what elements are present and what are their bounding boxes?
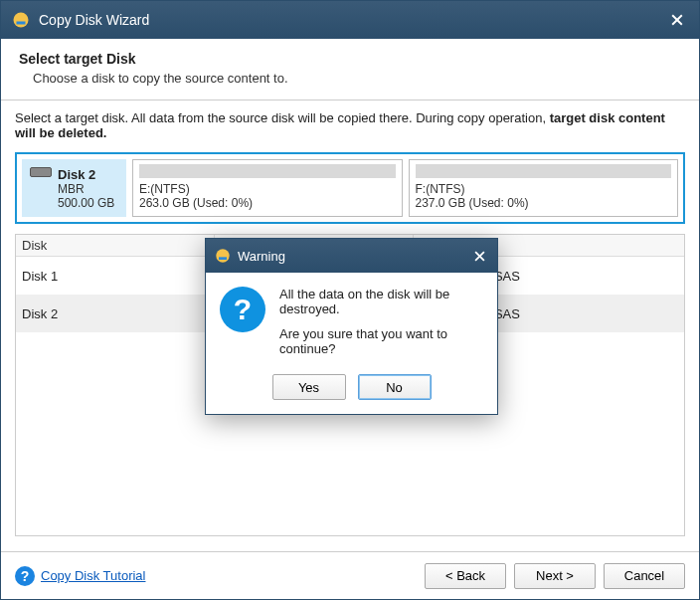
question-icon: ?: [220, 287, 265, 332]
tutorial-label: Copy Disk Tutorial: [41, 568, 145, 583]
help-icon[interactable]: ?: [15, 566, 35, 586]
partition-label: E:(NTFS): [139, 182, 396, 196]
cell-disk: Disk 1: [16, 263, 215, 290]
dialog-buttons: Yes No: [206, 370, 497, 414]
no-button[interactable]: No: [358, 374, 432, 400]
disk-icon: [30, 167, 52, 177]
tutorial-link[interactable]: Copy Disk Tutorial: [41, 568, 145, 583]
wizard-icon: [11, 10, 31, 30]
wizard-header: Select target Disk Choose a disk to copy…: [1, 39, 699, 100]
partition-size: 237.0 GB (Used: 0%): [416, 196, 672, 210]
step-title: Select target Disk: [19, 51, 681, 67]
step-subtitle: Choose a disk to copy the source content…: [19, 71, 681, 86]
warning-dialog: Warning ? All the data on the disk will …: [205, 238, 498, 415]
selected-disk-type: MBR: [58, 182, 114, 196]
svg-point-0: [14, 13, 29, 28]
partition-e[interactable]: E:(NTFS) 263.0 GB (Used: 0%): [132, 159, 403, 217]
close-button[interactable]: [665, 8, 689, 32]
titlebar: Copy Disk Wizard: [1, 1, 699, 39]
header-disk[interactable]: Disk: [16, 235, 215, 256]
yes-button[interactable]: Yes: [272, 374, 346, 400]
wizard-footer: ? Copy Disk Tutorial < Back Next > Cance…: [1, 551, 699, 599]
svg-rect-1: [17, 22, 26, 25]
selected-disk-name: Disk 2: [58, 167, 114, 182]
back-button[interactable]: < Back: [425, 563, 506, 589]
partition-usage-bar: [139, 164, 396, 178]
selected-disk-size: 500.00 GB: [58, 196, 114, 210]
dialog-close-button[interactable]: [469, 246, 489, 266]
dialog-title: Warning: [238, 249, 469, 264]
partition-f[interactable]: F:(NTFS) 237.0 GB (Used: 0%): [409, 159, 679, 217]
cancel-button[interactable]: Cancel: [604, 563, 685, 589]
svg-point-4: [216, 249, 229, 262]
svg-rect-5: [219, 257, 227, 260]
partition-label: F:(NTFS): [416, 182, 672, 196]
next-button[interactable]: Next >: [514, 563, 596, 589]
dialog-message-2: Are you sure that you want to continue?: [279, 326, 483, 356]
partition-usage-bar: [416, 164, 672, 178]
window-title: Copy Disk Wizard: [39, 12, 665, 28]
dialog-message-1: All the data on the disk will be destroy…: [279, 287, 483, 316]
partition-size: 263.0 GB (Used: 0%): [139, 196, 396, 210]
selected-disk-info: Disk 2 MBR 500.00 GB: [22, 159, 126, 217]
cell-disk: Disk 2: [16, 300, 215, 327]
selected-disk-panel[interactable]: Disk 2 MBR 500.00 GB E:(NTFS) 263.0 GB (…: [15, 152, 685, 224]
instruction-prefix: Select a target disk. All data from the …: [15, 110, 550, 125]
dialog-body: ? All the data on the disk will be destr…: [206, 273, 497, 370]
warning-icon: [214, 247, 232, 265]
dialog-titlebar: Warning: [206, 239, 497, 273]
instruction-text: Select a target disk. All data from the …: [15, 110, 685, 140]
